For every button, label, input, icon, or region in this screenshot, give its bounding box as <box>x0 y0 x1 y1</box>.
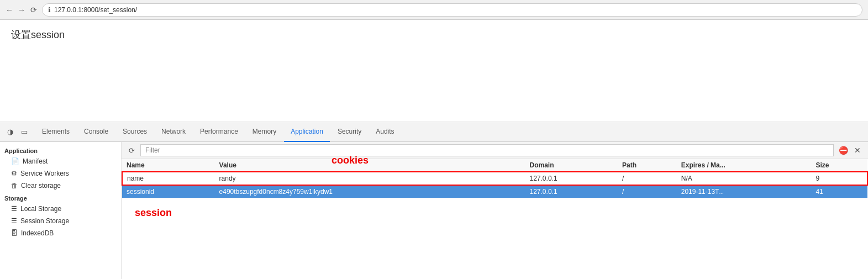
table-row[interactable]: namerandy127.0.0.1/N/A9 <box>122 172 867 185</box>
table-cell: / <box>618 185 677 198</box>
devtools-panel: ◑ ▭ Elements Console Sources Network Per… <box>0 122 868 279</box>
filter-actions: ⛔ ✕ <box>837 144 864 156</box>
table-row[interactable]: sessionide490tbszupgfd0ncm8z4y759w1ikydw… <box>122 185 867 198</box>
sidebar-item-session-storage[interactable]: ☰ Session Storage <box>0 215 121 227</box>
session-storage-icon: ☰ <box>11 217 17 225</box>
tab-security[interactable]: Security <box>331 122 368 142</box>
devtools-icon-group: ◑ ▭ <box>4 127 30 138</box>
table-cell: name <box>122 172 215 185</box>
inspect-element-button[interactable]: ◑ <box>4 127 15 138</box>
sidebar-item-manifest[interactable]: 📄 Manifest <box>0 155 121 167</box>
table-cell: 127.0.0.1 <box>525 185 618 198</box>
devtools-main: ⟳ ⛔ ✕ cookies Name Value Domain <box>122 142 868 279</box>
sidebar-item-service-workers[interactable]: ⚙ Service Workers <box>0 167 121 180</box>
sidebar-section-application: Application <box>0 144 121 155</box>
sidebar-item-manifest-label: Manifest <box>23 157 48 165</box>
table-cell: 2019-11-13T... <box>677 185 812 198</box>
tab-network[interactable]: Network <box>155 122 192 142</box>
filter-close-button[interactable]: ✕ <box>851 144 864 156</box>
sidebar-item-session-storage-label: Session Storage <box>20 217 69 225</box>
forward-button[interactable]: → <box>18 6 25 14</box>
page-title: 设置session <box>11 28 857 41</box>
tab-memory[interactable]: Memory <box>246 122 283 142</box>
col-domain: Domain <box>525 159 618 172</box>
sidebar-item-local-storage[interactable]: ☰ Local Storage <box>0 203 121 215</box>
sidebar-item-indexeddb-label: IndexedDB <box>21 229 54 237</box>
filter-refresh-button[interactable]: ⟳ <box>126 145 137 156</box>
manifest-icon: 📄 <box>11 157 19 165</box>
tab-performance[interactable]: Performance <box>193 122 245 142</box>
url-text: 127.0.0.1:8000/set_session/ <box>54 6 137 14</box>
cookies-table-wrapper: Name Value Domain Path Expires / Ma... S… <box>122 159 868 279</box>
tab-application[interactable]: Application <box>284 122 330 142</box>
tab-sources[interactable]: Sources <box>116 122 154 142</box>
back-button[interactable]: ← <box>6 6 13 14</box>
reload-button[interactable]: ⟳ <box>30 6 38 14</box>
sidebar-item-indexeddb[interactable]: 🗄 IndexedDB <box>0 227 121 239</box>
sidebar-item-service-workers-label: Service Workers <box>20 170 69 177</box>
table-cell: randy <box>215 172 525 185</box>
devtools-sidebar: Application 📄 Manifest ⚙ Service Workers… <box>0 142 122 279</box>
page-content: 设置session <box>0 20 868 122</box>
table-header-row: Name Value Domain Path Expires / Ma... S… <box>122 159 867 172</box>
tab-console[interactable]: Console <box>77 122 115 142</box>
table-cell: / <box>618 172 677 185</box>
col-expires: Expires / Ma... <box>677 159 812 172</box>
session-annotation-label: session <box>122 198 868 228</box>
sidebar-item-clear-storage-label: Clear storage <box>21 182 61 189</box>
local-storage-icon: ☰ <box>11 205 17 213</box>
sidebar-section-storage: Storage <box>0 192 121 203</box>
table-cell: N/A <box>677 172 812 185</box>
table-cell: e490tbszupgfd0ncm8z4y759w1ikydw1 <box>215 185 525 198</box>
filter-bar: ⟳ ⛔ ✕ <box>122 142 868 159</box>
address-bar[interactable]: ℹ 127.0.0.1:8000/set_session/ <box>42 3 862 17</box>
service-workers-icon: ⚙ <box>11 170 17 177</box>
tab-elements[interactable]: Elements <box>35 122 76 142</box>
sidebar-item-clear-storage[interactable]: 🗑 Clear storage <box>0 180 121 192</box>
devtools-tabbar: ◑ ▭ Elements Console Sources Network Per… <box>0 122 868 142</box>
table-cell: 9 <box>811 172 867 185</box>
col-size: Size <box>811 159 867 172</box>
devtools-body: Application 📄 Manifest ⚙ Service Workers… <box>0 142 868 279</box>
filter-input[interactable] <box>140 144 834 156</box>
table-cell: 41 <box>811 185 867 198</box>
secure-icon: ℹ <box>48 6 51 14</box>
col-path: Path <box>618 159 677 172</box>
filter-clear-button[interactable]: ⛔ <box>837 144 849 156</box>
col-name: Name <box>122 159 215 172</box>
tab-audits[interactable]: Audits <box>369 122 401 142</box>
clear-storage-icon: 🗑 <box>11 182 18 189</box>
col-value: Value <box>215 159 525 172</box>
cookies-table: Name Value Domain Path Expires / Ma... S… <box>122 159 868 198</box>
device-toggle-button[interactable]: ▭ <box>19 127 30 138</box>
table-cell: sessionid <box>122 185 215 198</box>
table-cell: 127.0.0.1 <box>525 172 618 185</box>
indexeddb-icon: 🗄 <box>11 229 18 237</box>
browser-chrome: ← → ⟳ ℹ 127.0.0.1:8000/set_session/ <box>0 0 868 20</box>
sidebar-item-local-storage-label: Local Storage <box>20 205 61 213</box>
